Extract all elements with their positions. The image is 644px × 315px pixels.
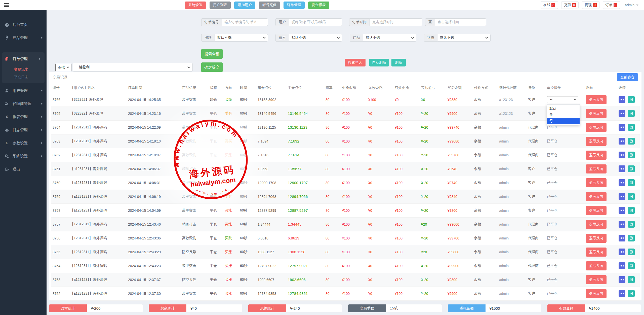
chevron-right-icon [41,129,43,131]
nav-recharge-button[interactable]: 帐号充值 [259,2,280,9]
sidebar-item-logout[interactable]: 退出 [0,163,47,176]
time-from-input[interactable]: 点击选择时间 [370,18,422,26]
dropdown-option-win[interactable]: 盈 [547,112,580,118]
detail-list-icon-button[interactable] [628,235,635,241]
user-menu[interactable]: admin [623,3,640,7]
reverse-profit-button[interactable]: 盈亏反向 [586,261,607,270]
order-number-input[interactable]: 输入订单编号/订单id [222,18,268,26]
chevron-down-icon [485,36,488,39]
mute-all-button[interactable]: 全部静音 [617,73,638,81]
reverse-profit-button[interactable]: 盈亏反向 [586,151,607,160]
nav-user-list-button[interactable]: 用户列表 [210,2,231,9]
menu-toggle-icon[interactable] [4,3,9,8]
submit-button[interactable]: 确定提交 [201,62,223,72]
reverse-profit-button[interactable]: 盈亏反向 [586,164,607,173]
detail-list-icon-button[interactable] [628,249,635,255]
reverse-profit-button[interactable]: 盈亏反向 [586,178,607,187]
nav-fund-report-button[interactable]: 资金报表 [308,2,329,9]
sidebar-item-agents[interactable]: 代理商管理 [0,97,47,110]
speaker-icon-button[interactable] [619,138,625,145]
sidebar-item-orders[interactable]: 订单管理 [2,52,45,65]
speaker-icon-button[interactable] [619,276,625,283]
speaker-icon-button[interactable] [619,152,625,158]
sidebar-item-reports[interactable]: ¥ 报表管理 [0,110,47,123]
reverse-profit-button[interactable]: 盈亏反向 [586,220,607,229]
detail-list-icon-button[interactable] [628,96,635,103]
speaker-icon-button[interactable] [619,124,625,131]
detail-list-icon-button[interactable] [628,110,635,117]
reverse-profit-button[interactable]: 盈亏反向 [586,192,607,201]
search-today-button[interactable]: 搜索当天 [345,59,366,66]
detail-list-icon-button[interactable] [628,221,635,228]
status-select[interactable]: 默认不选 [437,34,491,42]
order-counter[interactable]: 订单 0 [603,1,620,9]
speaker-icon-button[interactable] [619,262,625,269]
sidebar-item-trade-flow[interactable]: 交易流水 [2,65,45,73]
detail-list-icon-button[interactable] [628,290,635,297]
placeholder-text: 点击选择时间 [438,20,459,24]
reverse-profit-button[interactable]: 盈亏反向 [586,95,607,104]
speaker-icon-button[interactable] [619,221,625,228]
sidebar-item-system[interactable]: 系统设置 [0,150,47,163]
detail-list-icon-button[interactable] [628,138,635,145]
detail-list-icon-button[interactable] [628,276,635,283]
cell-direction: 买涨 [223,245,238,259]
speaker-icon-button[interactable] [619,179,625,186]
sidebar-item-products[interactable]: 产品管理 [0,31,47,44]
user-input[interactable]: 昵称/姓名/手机号/编号 [289,18,342,26]
cell-control: 已平仓 [545,217,584,231]
detail-list-icon-button[interactable] [628,124,635,131]
detail-list-icon-button[interactable] [628,207,635,214]
sidebar-item-logs[interactable]: 日志管理 [0,123,47,136]
speaker-icon-button[interactable] [619,290,625,297]
recharge-counter[interactable]: 充值 0 [561,1,579,9]
reverse-profit-button[interactable]: 盈亏反向 [586,275,607,284]
nav-add-user-button[interactable]: 增加用户 [234,2,255,9]
counter-badge: 3 [551,3,555,7]
online-counter[interactable]: 在线 3 [541,1,558,9]
reverse-profit-button[interactable]: 盈亏反向 [586,206,607,215]
withdraw-counter[interactable]: 提现 0 [582,1,599,9]
reverse-profit-button[interactable]: 盈亏反向 [586,123,607,132]
reverse-profit-button[interactable]: 盈亏反向 [586,234,607,243]
detail-list-icon-button[interactable] [628,165,635,172]
speaker-icon-button[interactable] [619,249,625,255]
dropdown-option-default[interactable]: 默认 [547,105,580,112]
detail-list-icon-button[interactable] [628,193,635,200]
sidebar-item-params[interactable]: £ 参数设置 [0,136,47,150]
detail-list-icon-button[interactable] [628,152,635,158]
speaker-icon-button[interactable] [619,165,625,172]
sidebar-item-dashboard[interactable]: 后台首页 [0,18,47,31]
direction-quick-select[interactable]: 买涨 [55,64,71,71]
batch-action-select[interactable]: 一键盈利 [73,63,193,72]
refresh-button[interactable]: 刷新 [391,59,406,66]
reverse-profit-button[interactable]: 盈亏反向 [586,137,607,146]
cell-actual-profit: ¥-20 [420,190,446,203]
nav-order-manage-button[interactable]: 订单管理 [284,2,305,9]
reverse-profit-button[interactable]: 盈亏反向 [586,248,607,257]
speaker-icon-button[interactable] [619,207,625,214]
profit-select[interactable]: 默认不选 [289,34,342,42]
cell-open-price: 12797.9022 [256,259,286,273]
dropdown-option-lose[interactable]: 亏 [547,118,580,124]
sidebar-item-close-log[interactable]: 平仓日志 [2,73,45,81]
speaker-icon-button[interactable] [619,96,625,103]
reverse-profit-button[interactable]: 盈亏反向 [586,289,607,298]
reverse-profit-button[interactable]: 盈亏反向 [586,109,607,118]
product-select[interactable]: 默认不选 [363,34,416,42]
time-to-input[interactable]: 点击选择时间 [435,18,486,26]
cell-odds: 80 [324,190,340,203]
speaker-icon-button[interactable] [619,193,625,200]
control-select[interactable]: 亏 [547,96,578,103]
updown-select[interactable]: 默认不选 [215,34,268,42]
auto-refresh-button[interactable]: 自动刷新 [369,59,389,66]
speaker-icon-button[interactable] [619,110,625,117]
cell-detail [617,245,640,259]
speaker-icon-button[interactable] [619,235,625,241]
detail-list-icon-button[interactable] [628,262,635,269]
search-all-button[interactable]: 搜索全部 [201,49,223,59]
sidebar-item-users[interactable]: 用户管理 [0,84,47,97]
detail-list-icon-button[interactable] [628,179,635,186]
nav-system-settings-button[interactable]: 系统设置 [185,2,206,9]
cell-close-price: 13146.5454 [286,107,324,120]
